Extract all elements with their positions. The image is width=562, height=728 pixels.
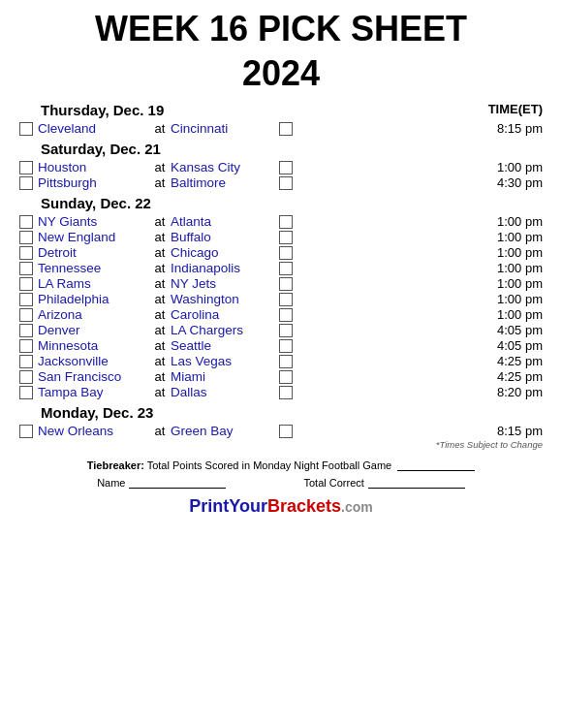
at-word: at <box>149 230 171 244</box>
section-header-0: Thursday, Dec. 19 <box>41 102 164 118</box>
game-time: 1:00 pm <box>480 160 543 174</box>
game-time: 4:05 pm <box>480 323 543 337</box>
print-footer: PrintYourBrackets.com <box>19 496 543 517</box>
checkbox-away[interactable] <box>19 176 33 190</box>
checkbox-away[interactable] <box>19 370 33 384</box>
total-label: Total Correct <box>303 477 363 489</box>
at-word: at <box>149 307 171 322</box>
day-header-row-1: Saturday, Dec. 21 <box>19 137 543 158</box>
team-away: Jacksonville <box>38 354 149 368</box>
at-word: at <box>149 369 171 384</box>
at-word: at <box>149 121 171 136</box>
checkbox-home[interactable] <box>279 293 293 306</box>
checkbox-away[interactable] <box>19 293 33 306</box>
at-word: at <box>149 338 171 353</box>
at-word: at <box>149 354 171 368</box>
checkbox-home[interactable] <box>279 246 293 260</box>
name-underline <box>129 488 226 489</box>
checkbox-away[interactable] <box>19 262 33 275</box>
checkbox-home[interactable] <box>279 262 293 275</box>
at-word: at <box>149 424 171 438</box>
checkbox-away[interactable] <box>19 324 33 337</box>
team-away: Tennessee <box>38 261 149 275</box>
tiebreaker-line <box>397 470 475 471</box>
team-away: Minnesota <box>38 338 149 353</box>
at-word: at <box>149 385 171 399</box>
checkbox-home[interactable] <box>279 355 293 368</box>
day-header-row-3: Monday, Dec. 23 <box>19 400 543 422</box>
team-away: Detroit <box>38 245 149 260</box>
at-word: at <box>149 261 171 275</box>
game-row: DetroitatChicago1:00 pm <box>19 245 543 260</box>
checkbox-away[interactable] <box>19 215 33 229</box>
team-home: LA Chargers <box>171 323 277 337</box>
tiebreaker-text: Total Points Scored in Monday Night Foot… <box>147 459 392 471</box>
checkbox-home[interactable] <box>279 231 293 244</box>
game-row: San FranciscoatMiami4:25 pm <box>19 369 543 384</box>
checkbox-home[interactable] <box>279 176 293 190</box>
game-time: 1:00 pm <box>480 214 543 229</box>
team-away: New England <box>38 230 149 244</box>
game-row: ArizonaatCarolina1:00 pm <box>19 307 543 322</box>
at-word: at <box>149 245 171 260</box>
checkbox-home[interactable] <box>279 215 293 229</box>
checkbox-away[interactable] <box>19 231 33 244</box>
at-word: at <box>149 323 171 337</box>
checkbox-home[interactable] <box>279 122 293 136</box>
checkbox-home[interactable] <box>279 370 293 384</box>
checkbox-home[interactable] <box>279 308 293 322</box>
team-home: NY Jets <box>171 276 277 291</box>
game-time: 4:05 pm <box>480 338 543 353</box>
checkbox-away[interactable] <box>19 339 33 353</box>
checkbox-home[interactable] <box>279 425 293 438</box>
footer-your: Your <box>229 496 267 516</box>
at-word: at <box>149 175 171 190</box>
day-header-row-0: Thursday, Dec. 19TIME(ET) <box>19 98 543 119</box>
team-home: Carolina <box>171 307 277 322</box>
checkbox-away[interactable] <box>19 425 33 438</box>
tiebreaker-label: Tiebreaker: <box>87 459 144 471</box>
checkbox-away[interactable] <box>19 308 33 322</box>
footer-print: Print <box>189 496 229 516</box>
day-header-row-2: Sunday, Dec. 22 <box>19 191 543 212</box>
at-word: at <box>149 160 171 174</box>
game-row: JacksonvilleatLas Vegas4:25 pm <box>19 354 543 368</box>
team-away: Houston <box>38 160 149 174</box>
checkbox-home[interactable] <box>279 324 293 337</box>
name-label: Name <box>97 477 125 489</box>
game-time: 1:00 pm <box>480 245 543 260</box>
game-row: TennesseeatIndianapolis1:00 pm <box>19 261 543 275</box>
game-time: 1:00 pm <box>480 230 543 244</box>
team-home: Miami <box>171 369 277 384</box>
time-header: TIME(ET) <box>475 102 543 116</box>
checkbox-away[interactable] <box>19 355 33 368</box>
game-time: 8:15 pm <box>480 121 543 136</box>
game-time: 1:00 pm <box>480 292 543 306</box>
team-away: New Orleans <box>38 424 149 438</box>
checkbox-away[interactable] <box>19 161 33 174</box>
checkbox-home[interactable] <box>279 161 293 174</box>
team-home: Atlanta <box>171 214 277 229</box>
checkbox-away[interactable] <box>19 277 33 291</box>
team-away: NY Giants <box>38 214 149 229</box>
game-row: PhiladelphiaatWashington1:00 pm <box>19 292 543 306</box>
name-field: Name <box>97 477 226 489</box>
checkbox-away[interactable] <box>19 246 33 260</box>
team-home: Buffalo <box>171 230 277 244</box>
section-header-1: Saturday, Dec. 21 <box>41 141 161 157</box>
checkbox-home[interactable] <box>279 386 293 399</box>
game-row: PittsburghatBaltimore4:30 pm <box>19 175 543 190</box>
team-away: LA Rams <box>38 276 149 291</box>
footer-dotcom: .com <box>341 499 373 515</box>
game-row: DenveratLA Chargers4:05 pm <box>19 323 543 337</box>
checkbox-away[interactable] <box>19 122 33 136</box>
checkbox-away[interactable] <box>19 386 33 399</box>
checkbox-home[interactable] <box>279 277 293 291</box>
footer-brackets: Brackets <box>267 496 341 516</box>
game-row: Tampa BayatDallas8:20 pm <box>19 385 543 399</box>
tiebreaker-section: Tiebreaker: Total Points Scored in Monda… <box>19 459 543 471</box>
checkbox-home[interactable] <box>279 339 293 353</box>
game-time: 1:00 pm <box>480 307 543 322</box>
team-away: Arizona <box>38 307 149 322</box>
times-subject-note: *Times Subject to Change <box>19 439 543 450</box>
